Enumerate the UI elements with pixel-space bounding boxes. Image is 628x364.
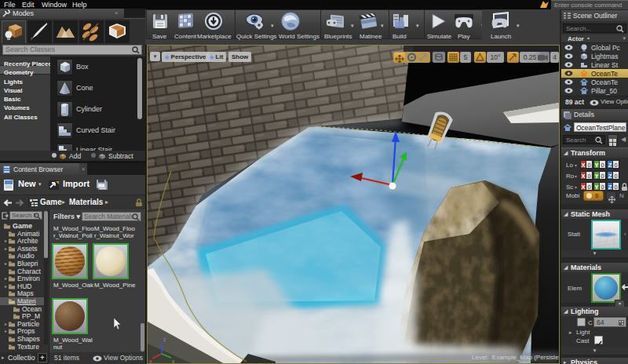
svg-text:x: x xyxy=(149,359,152,363)
svg-text:z: z xyxy=(163,337,166,342)
svg-text:Level: Example_Map (Persisten: Level: Example_Map (Persistent) xyxy=(472,354,559,361)
svg-text:y: y xyxy=(172,359,175,363)
